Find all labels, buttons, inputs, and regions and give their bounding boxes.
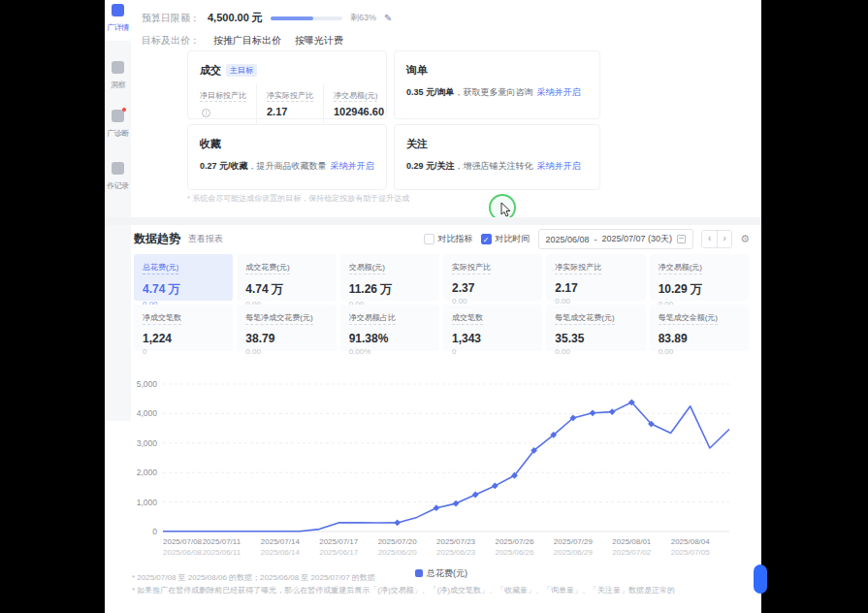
svg-text:5,000: 5,000 — [137, 379, 158, 389]
tile-label: 成交花费(元) — [245, 262, 289, 274]
sidebar-item-label: 广详情 — [105, 22, 131, 33]
tile-label: 成交笔数 — [452, 312, 483, 325]
mouse-cursor-icon — [500, 202, 511, 217]
sidebar-item-0[interactable]: 广详情 — [105, 3, 131, 33]
svg-text:2025/06/08: 2025/06/08 — [163, 548, 203, 557]
tile-value: 1,343 — [452, 332, 533, 345]
goal-card-title: 收藏 — [200, 137, 221, 151]
data-point-marker — [394, 519, 401, 526]
svg-text:2025/07/26: 2025/07/26 — [495, 537, 534, 546]
prev-period-button[interactable]: ‹ — [702, 231, 717, 247]
trend-controls: 对比指标 ✓ 对比时间 2025/06/08 - 2025/07/07 (30天… — [424, 229, 750, 249]
date-end: 2025/07/07 (30天) — [602, 233, 673, 245]
tile-compare-value: 0 — [452, 347, 533, 356]
tile-label: 交易额(元) — [349, 262, 385, 274]
goal-card-inquiry: 询单 0.35 元/询单，获取更多意向咨询采纳并开启 — [394, 50, 600, 119]
metric-tile-6[interactable]: 净成交笔数1,2240 — [134, 305, 233, 351]
bidding-option-exposure[interactable]: 按曝光计费 — [295, 34, 343, 48]
svg-text:2025/07/08: 2025/07/08 — [163, 537, 203, 546]
goal-card-follow: 关注 0.29 元/关注，增强店铺关注转化采纳并开启 — [394, 124, 600, 190]
sidebar-item-label: 广诊断 — [105, 128, 131, 139]
budget-row: 预算日限额： 4,500.00 元 剩63% ✎ — [142, 11, 392, 25]
metric-tile-8[interactable]: 净交易额占比91.38%0.00% — [340, 305, 439, 351]
adopt-enable-link[interactable]: 采纳并开启 — [537, 87, 581, 97]
primary-goal-badge: 主目标 — [226, 64, 257, 77]
tile-compare-value: 0 — [143, 347, 224, 356]
compare-time-label: 对比时间 — [496, 233, 530, 245]
legend-item-total-spend[interactable]: 总花费(元) — [415, 567, 467, 580]
metric-tile-9[interactable]: 成交笔数1,3430 — [443, 305, 542, 351]
adopt-enable-link[interactable]: 采纳并开启 — [537, 161, 581, 171]
svg-text:2025/07/17: 2025/07/17 — [319, 537, 359, 546]
bidding-label: 目标及出价： — [142, 34, 200, 48]
metric-tile-3[interactable]: 实际投产比2.370.00 — [443, 254, 542, 301]
info-icon[interactable]: i — [202, 109, 210, 117]
svg-text:4,000: 4,000 — [137, 408, 158, 418]
tile-label: 净交易额占比 — [349, 312, 396, 325]
compare-time-checkbox[interactable]: ✓ 对比时间 — [481, 233, 530, 245]
data-point-marker — [434, 504, 440, 511]
compare-metric-checkbox[interactable]: 对比指标 — [424, 233, 473, 245]
metric-tile-11[interactable]: 每笔成交金额(元)83.890.00 — [650, 305, 749, 351]
floating-scroll-pill[interactable] — [754, 565, 767, 594]
promotion-detail-icon — [112, 4, 124, 16]
trend-title: 数据趋势 — [134, 231, 180, 247]
tile-compare-value: 0.00 — [555, 347, 636, 356]
tile-compare-value: 0.00 — [245, 347, 327, 356]
tile-value: 38.79 — [245, 332, 327, 345]
sidebar-item-2[interactable]: 广诊断 — [105, 109, 131, 139]
metric-tile-10[interactable]: 每笔成交花费(元)35.350.00 — [546, 305, 645, 351]
tile-label: 净交易额(元) — [659, 262, 702, 274]
svg-text:2025/07/23: 2025/07/23 — [436, 537, 476, 546]
metric-tile-5[interactable]: 净交易额(元)10.29 万0.00 — [650, 254, 749, 301]
gear-icon[interactable]: ⚙ — [740, 233, 750, 245]
metric-label: 净实际投产比 — [267, 91, 313, 102]
page-background: 广详情洞察广诊断作记录 预算日限额： 4,500.00 元 剩63% ✎ 目标及… — [0, 0, 868, 613]
svg-text:2025/06/26: 2025/06/26 — [495, 548, 534, 557]
edit-budget-icon[interactable]: ✎ — [384, 14, 392, 23]
checkbox-unchecked-icon[interactable] — [424, 234, 434, 244]
tile-compare-value: 0.00 — [659, 347, 740, 356]
svg-text:2025/08/04: 2025/08/04 — [671, 537, 711, 546]
svg-text:2025/07/02: 2025/07/02 — [612, 548, 652, 557]
date-range-picker[interactable]: 2025/06/08 - 2025/07/07 (30天) — [538, 229, 694, 249]
metric-tile-7[interactable]: 每笔净成交花费(元)38.790.00 — [237, 305, 336, 351]
metric-tile-2[interactable]: 交易额(元)11.26 万0.00 — [340, 254, 439, 301]
metric-tile-4[interactable]: 净实际投产比2.170.00 — [546, 254, 645, 301]
bidding-row: 目标及出价： 按推广目标出价 按曝光计费 — [142, 34, 343, 48]
sidebar-item-label: 洞察 — [105, 80, 131, 90]
sidebar-item-1[interactable]: 洞察 — [105, 60, 131, 90]
data-point-marker — [492, 482, 498, 489]
data-point-marker — [609, 408, 616, 415]
tile-compare-value: 0.00% — [349, 347, 431, 356]
total-spend-series-line — [163, 403, 729, 532]
metric-tile-1[interactable]: 成交花费(元)4.74 万0.00 — [237, 254, 336, 301]
tile-value: 2.17 — [555, 281, 636, 295]
metric-tile-0[interactable]: 总花费(元)4.74 万0.00 — [134, 254, 233, 301]
trend-line-chart: 01,0002,0003,0004,0005,0002025/07/082025… — [134, 374, 749, 565]
price-text: 0.29 元/关注 — [406, 161, 455, 171]
checkbox-checked-icon[interactable]: ✓ — [481, 234, 492, 244]
tile-label: 总花费(元) — [143, 262, 178, 274]
trend-header: 数据趋势 查看报表 — [134, 231, 223, 247]
goal-note: * 系统会尽可能达成你设置的目标，保持稳定投放有助于提升达成 — [187, 193, 409, 204]
card-description: 0.27 元/收藏，提升商品收藏数量采纳并开启 — [200, 160, 374, 173]
desc-text: ，增强店铺关注转化 — [455, 161, 533, 171]
desc-text: ，提升商品收藏数量 — [248, 161, 327, 171]
bidding-option-goal[interactable]: 按推广目标出价 — [213, 34, 281, 48]
tile-label: 净成交笔数 — [143, 312, 181, 325]
footnote-date-ranges: * 2025/07/08 至 2025/08/06 的数据；2025/06/08… — [132, 572, 375, 583]
ad-detail-panel: 广详情洞察广诊断作记录 预算日限额： 4,500.00 元 剩63% ✎ 目标及… — [105, 0, 761, 613]
adopt-enable-link[interactable]: 采纳并开启 — [331, 161, 374, 171]
section-divider — [105, 217, 761, 225]
price-text: 0.27 元/收藏 — [200, 161, 248, 171]
next-period-button[interactable]: › — [717, 231, 731, 247]
svg-text:2025/06/11: 2025/06/11 — [203, 548, 241, 557]
budget-label: 预算日限额： — [142, 12, 200, 25]
view-report-link[interactable]: 查看报表 — [188, 233, 223, 245]
calendar-icon[interactable] — [677, 235, 686, 243]
svg-text:2025/07/11: 2025/07/11 — [203, 537, 241, 546]
tile-label: 净实际投产比 — [555, 262, 601, 274]
legend-label: 总花费(元) — [427, 567, 467, 580]
sidebar-item-3[interactable]: 作记录 — [105, 161, 131, 191]
